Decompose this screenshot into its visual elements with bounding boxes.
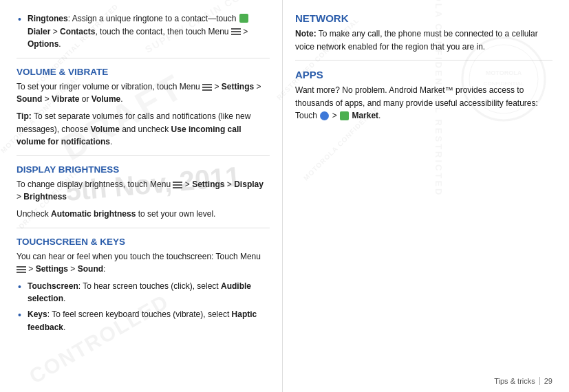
menu-icon-4	[17, 265, 26, 273]
section-volume-body: To set your ringer volume or vibration, …	[17, 80, 270, 106]
section-network-title: NETWORK	[295, 12, 552, 24]
svg-rect-13	[17, 266, 26, 268]
ringtones-label: Ringtones	[28, 14, 68, 23]
svg-rect-8	[202, 87, 212, 88]
svg-rect-15	[17, 272, 26, 273]
svg-rect-5	[231, 31, 241, 32]
svg-rect-6	[231, 34, 241, 35]
dialer-text: Dialer	[28, 27, 50, 36]
menu-icon-3	[173, 180, 182, 188]
ringtones-text: : Assign a unique ringtone to a contact—…	[68, 14, 239, 23]
svg-rect-9	[202, 89, 212, 91]
divider-3	[17, 228, 270, 228]
page-container: CONFIDENTIAL RESTRICTED MOTOROLA CONFIDE…	[0, 0, 569, 392]
ringtones-bullet: Ringtones: Assign a unique ringtone to a…	[17, 12, 270, 51]
phone-icon	[239, 14, 248, 23]
footer-label: Tips & tricks	[494, 377, 535, 385]
section-touchscreen-title: TOUCHSCREEN & KEYS	[17, 237, 270, 247]
svg-rect-7	[202, 84, 212, 85]
divider-4	[295, 60, 552, 61]
section-network-body: Note: To make any call, the phone must b…	[295, 28, 552, 53]
left-column: Ringtones: Assign a unique ringtone to a…	[0, 0, 282, 392]
options-text: Options	[28, 39, 58, 49]
svg-rect-10	[173, 182, 182, 183]
note-label: Note:	[295, 29, 316, 39]
section-apps-body: Want more? No problem. Android Market™ p…	[295, 84, 552, 122]
search-circle-icon	[320, 111, 329, 120]
touchscreen-bullet: Touchscreen: To hear screen touches (cli…	[17, 280, 270, 305]
svg-rect-4	[231, 28, 241, 30]
market-icon	[340, 111, 349, 120]
menu-icon-2	[202, 83, 212, 91]
section-brightness-title: DISPLAY BRIGHTNESS	[17, 164, 270, 175]
menu-icon	[231, 27, 241, 35]
divider-2	[17, 155, 270, 156]
contacts-text: Contacts	[60, 27, 95, 36]
section-brightness-body: To change display brightness, touch Menu…	[17, 178, 270, 204]
right-column: NETWORK Note: To make any call, the phon…	[282, 0, 569, 392]
keys-bullet: Keys: To feel screen keyboard touches (v…	[17, 308, 270, 334]
section-volume-title: VOLUME & VIBRATE	[17, 67, 270, 77]
footer: Tips & tricks 29	[494, 377, 552, 385]
section-touchscreen-body: You can hear or feel when you touch the …	[17, 250, 270, 276]
footer-divider	[539, 377, 540, 385]
svg-rect-11	[173, 184, 182, 186]
divider-1	[17, 58, 270, 58]
svg-rect-12	[173, 187, 182, 188]
svg-rect-14	[17, 269, 26, 270]
section-brightness-body2: Uncheck Automatic brightness to set your…	[17, 208, 270, 221]
section-apps-title: APPS	[295, 69, 552, 80]
footer-page-number: 29	[544, 377, 552, 385]
section-volume-tip: Tip: To set separate volumes for calls a…	[17, 110, 270, 149]
